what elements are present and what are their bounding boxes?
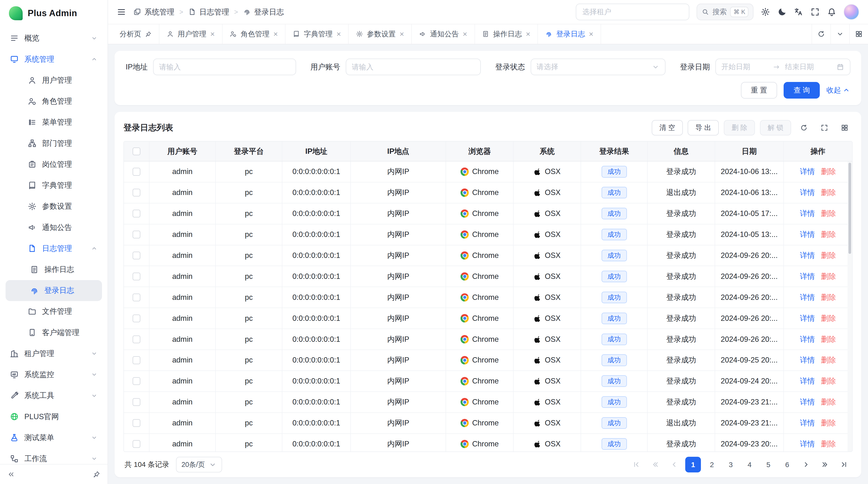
sidebar-item-book[interactable]: 字典管理 — [5, 175, 102, 196]
next-page-button[interactable] — [798, 457, 814, 472]
page-button-5[interactable]: 5 — [761, 457, 776, 472]
column-header[interactable]: 浏览器 — [446, 141, 514, 161]
detail-link[interactable]: 详情 — [800, 376, 815, 386]
detail-link[interactable]: 详情 — [800, 355, 815, 365]
delete-link[interactable]: 删除 — [821, 292, 836, 302]
status-select[interactable]: 请选择 — [531, 59, 666, 75]
delete-button[interactable]: 删 除 — [724, 120, 755, 135]
sidebar-item-tools[interactable]: 系统工具 — [5, 385, 102, 406]
delete-link[interactable]: 删除 — [821, 188, 836, 198]
column-header[interactable]: 用户账号 — [150, 141, 216, 161]
breadcrumb-item[interactable]: 日志管理 — [188, 7, 229, 17]
last-page-button[interactable] — [836, 457, 851, 472]
ip-input[interactable] — [153, 59, 296, 75]
scrollbar-thumb[interactable] — [848, 163, 851, 254]
row-checkbox[interactable] — [133, 356, 140, 364]
detail-link[interactable]: 详情 — [800, 397, 815, 407]
delete-link[interactable]: 删除 — [821, 208, 836, 219]
sidebar-item-monitor[interactable]: 系统管理 — [5, 49, 102, 70]
column-header[interactable]: IP地址 — [282, 141, 351, 161]
delete-link[interactable]: 删除 — [821, 376, 836, 386]
row-checkbox[interactable] — [133, 377, 140, 385]
date-range-picker[interactable]: 开始日期 结束日期 — [715, 59, 850, 75]
row-checkbox[interactable] — [133, 189, 140, 196]
tab-home[interactable]: 分析页 — [112, 24, 159, 44]
delete-link[interactable]: 删除 — [821, 271, 836, 282]
detail-link[interactable]: 详情 — [800, 188, 815, 198]
detail-link[interactable]: 详情 — [800, 418, 815, 428]
row-checkbox[interactable] — [133, 168, 140, 175]
sidebar-item-role[interactable]: 角色管理 — [5, 91, 102, 111]
detail-link[interactable]: 详情 — [800, 167, 815, 177]
row-checkbox[interactable] — [133, 335, 140, 343]
user-avatar[interactable] — [844, 4, 859, 20]
row-checkbox[interactable] — [133, 419, 140, 427]
page-button-4[interactable]: 4 — [742, 457, 757, 472]
fast-prev-button[interactable] — [648, 457, 663, 472]
row-checkbox[interactable] — [133, 231, 140, 238]
close-tab-icon[interactable]: × — [273, 30, 278, 38]
unlock-button[interactable]: 解 锁 — [760, 120, 791, 135]
sidebar-item-flask[interactable]: 测试菜单 — [5, 427, 102, 448]
close-tab-icon[interactable]: × — [589, 30, 593, 38]
close-tab-icon[interactable]: × — [526, 30, 530, 38]
detail-link[interactable]: 详情 — [800, 229, 815, 239]
notifications-icon[interactable] — [827, 7, 836, 17]
close-tab-icon[interactable]: × — [336, 30, 341, 38]
row-checkbox[interactable] — [133, 294, 140, 301]
sidebar-item-device[interactable]: 客户端管理 — [5, 322, 102, 343]
tab-megaphone[interactable]: 通知公告× — [412, 24, 475, 44]
tab-gear[interactable]: 参数设置× — [349, 24, 412, 44]
tenant-select[interactable]: 选择租户 — [576, 4, 689, 20]
delete-link[interactable]: 删除 — [821, 397, 836, 407]
search-button[interactable]: 搜索 ⌘ K — [696, 4, 753, 20]
column-settings-icon[interactable] — [837, 120, 852, 135]
collapse-sidebar-icon[interactable] — [7, 471, 15, 478]
delete-link[interactable]: 删除 — [821, 334, 836, 345]
dark-mode-icon[interactable] — [777, 7, 787, 17]
tab-role[interactable]: 角色管理× — [222, 24, 286, 44]
column-header[interactable]: IP地点 — [351, 141, 446, 161]
delete-link[interactable]: 删除 — [821, 167, 836, 177]
pin-sidebar-icon[interactable] — [93, 471, 100, 478]
app-logo[interactable]: Plus Admin — [0, 0, 107, 27]
collapse-filter-link[interactable]: 收起 — [827, 85, 850, 95]
detail-link[interactable]: 详情 — [800, 334, 815, 345]
detail-link[interactable]: 详情 — [800, 251, 815, 261]
fullscreen-table-icon[interactable] — [816, 120, 832, 135]
tab-options-icon[interactable] — [830, 24, 849, 44]
sidebar-item-badge[interactable]: 岗位管理 — [5, 154, 102, 175]
detail-link[interactable]: 详情 — [800, 313, 815, 323]
first-page-button[interactable] — [629, 457, 644, 472]
column-header[interactable]: 信息 — [648, 141, 715, 161]
reset-button[interactable]: 重 置 — [741, 82, 777, 99]
sidebar-item-lines[interactable]: 概览 — [5, 28, 102, 49]
sidebar-item-gear[interactable]: 参数设置 — [5, 196, 102, 217]
page-button-6[interactable]: 6 — [779, 457, 795, 472]
sidebar-item-megaphone[interactable]: 通知公告 — [5, 217, 102, 238]
sidebar-item-building[interactable]: 租户管理 — [5, 343, 102, 364]
page-button-1[interactable]: 1 — [685, 457, 701, 472]
tab-user[interactable]: 用户管理× — [159, 24, 222, 44]
column-header[interactable]: 操作 — [784, 141, 852, 161]
sidebar-item-doclines[interactable]: 操作日志 — [5, 259, 102, 280]
row-checkbox[interactable] — [133, 210, 140, 218]
row-checkbox[interactable] — [133, 398, 140, 406]
page-size-select[interactable]: 20条/页 — [176, 457, 222, 472]
sidebar-item-globe[interactable]: PLUS官网 — [5, 406, 102, 427]
sidebar-item-tree[interactable]: 部门管理 — [5, 133, 102, 154]
select-all-checkbox[interactable] — [133, 148, 140, 155]
breadcrumb-item[interactable]: 登录日志 — [243, 7, 284, 17]
page-button-3[interactable]: 3 — [723, 457, 739, 472]
fullscreen-icon[interactable] — [810, 7, 820, 17]
export-button[interactable]: 导 出 — [688, 120, 719, 135]
prev-page-button[interactable] — [666, 457, 682, 472]
clear-button[interactable]: 清 空 — [652, 120, 683, 135]
sidebar-item-folder[interactable]: 文件管理 — [5, 301, 102, 322]
sidebar-item-fingerprint[interactable]: 登录日志 — [5, 280, 102, 301]
tab-doclines[interactable]: 操作日志× — [475, 24, 538, 44]
delete-link[interactable]: 删除 — [821, 313, 836, 323]
fast-next-button[interactable] — [817, 457, 833, 472]
close-tab-icon[interactable]: × — [210, 30, 215, 38]
close-tab-icon[interactable]: × — [463, 30, 467, 38]
